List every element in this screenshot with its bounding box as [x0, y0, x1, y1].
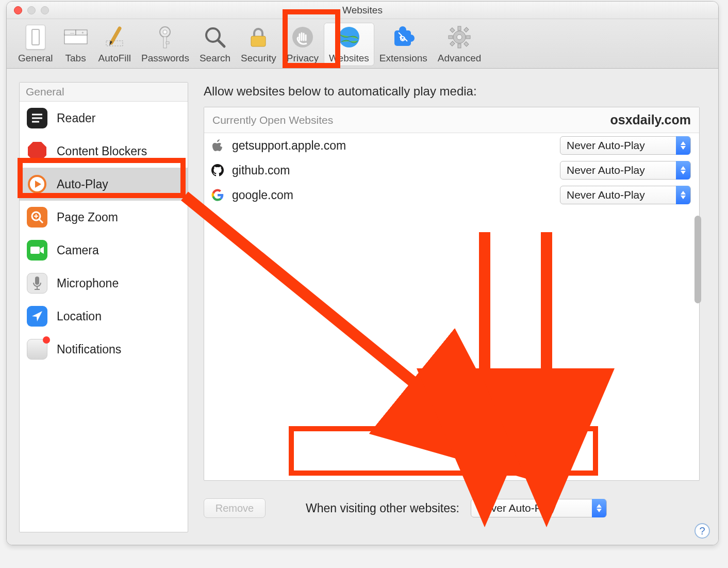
- svg-point-9: [163, 30, 167, 34]
- sidebar-item-label: Microphone: [57, 277, 119, 290]
- site-option-dropdown[interactable]: Never Auto-Play: [560, 186, 691, 204]
- svg-marker-54: [597, 504, 602, 508]
- sidebar-item-location[interactable]: Location: [20, 300, 188, 333]
- svg-marker-43: [40, 247, 44, 254]
- svg-marker-47: [32, 311, 42, 321]
- close-window-button[interactable]: [14, 6, 22, 14]
- remove-button[interactable]: Remove: [204, 498, 266, 518]
- site-option-dropdown[interactable]: Never Auto-Play: [560, 161, 691, 180]
- play-icon: [27, 174, 47, 194]
- hand-icon: [290, 25, 315, 50]
- main-panel: Allow websites below to automatically pl…: [204, 82, 706, 532]
- sidebar-item-auto-play[interactable]: Auto-Play: [20, 168, 188, 201]
- svg-marker-34: [28, 142, 46, 160]
- dropdown-value: Never Auto-Play: [477, 502, 556, 514]
- toolbar-label: AutoFill: [98, 53, 131, 64]
- site-option-dropdown[interactable]: Never Auto-Play: [560, 136, 691, 155]
- toolbar-general[interactable]: General: [13, 23, 58, 66]
- svg-rect-42: [30, 247, 40, 254]
- svg-rect-29: [464, 27, 469, 32]
- stop-icon: [27, 141, 47, 161]
- preferences-window: Websites General —+ Tabs AutoFill Passwo…: [6, 1, 719, 545]
- site-row[interactable]: google.com Never Auto-Play: [204, 183, 699, 207]
- svg-marker-55: [597, 509, 602, 512]
- search-icon: [203, 25, 227, 50]
- site-domain: github.com: [232, 164, 290, 177]
- toolbar-privacy[interactable]: Privacy: [282, 23, 324, 66]
- svg-rect-23: [458, 26, 461, 30]
- svg-marker-51: [681, 171, 686, 174]
- site-row[interactable]: github.com Never Auto-Play: [204, 158, 699, 183]
- sidebar-item-content-blockers[interactable]: Content Blockers: [20, 135, 188, 168]
- toolbar-advanced[interactable]: Advanced: [433, 23, 487, 66]
- chevron-updown-icon: [676, 186, 690, 204]
- scrollbar[interactable]: [694, 216, 701, 303]
- svg-rect-14: [251, 36, 266, 46]
- svg-point-22: [457, 35, 462, 40]
- github-icon: [210, 163, 225, 177]
- list-header-label: Currently Open Websites: [212, 114, 333, 126]
- sidebar-item-microphone[interactable]: Microphone: [20, 267, 188, 300]
- toolbar-websites[interactable]: Websites: [324, 23, 374, 66]
- bottom-controls: Remove When visiting other websites: Nev…: [204, 498, 700, 518]
- watermark-text: osxdaily.com: [610, 112, 691, 127]
- toolbar-label: Extensions: [379, 53, 427, 64]
- sidebar-item-label: Page Zoom: [57, 210, 118, 224]
- puzzle-icon: [391, 25, 416, 50]
- svg-marker-52: [681, 191, 686, 194]
- dropdown-value: Never Auto-Play: [567, 139, 645, 152]
- svg-rect-27: [450, 28, 455, 33]
- chevron-updown-icon: [676, 136, 690, 155]
- general-icon: [26, 25, 45, 50]
- sidebar-item-notifications[interactable]: Notifications: [20, 333, 188, 366]
- toolbar-label: Websites: [329, 53, 369, 64]
- globe-icon: [337, 25, 361, 50]
- toolbar-passwords[interactable]: Passwords: [136, 23, 194, 66]
- sidebar-item-label: Notifications: [57, 343, 121, 356]
- svg-point-18: [407, 35, 415, 42]
- sidebar-item-label: Camera: [57, 244, 99, 257]
- sidebar-item-reader[interactable]: Reader: [20, 102, 188, 135]
- toolbar-tabs[interactable]: —+ Tabs: [58, 23, 93, 66]
- sidebar-section-header: General: [20, 83, 188, 102]
- toolbar-label: Passwords: [141, 53, 189, 64]
- chevron-updown-icon: [592, 499, 606, 517]
- dropdown-value: Never Auto-Play: [567, 189, 645, 201]
- camera-icon: [27, 240, 47, 261]
- gear-icon: [447, 25, 472, 50]
- list-header: Currently Open Websites osxdaily.com: [204, 107, 699, 133]
- toolbar-label: Tabs: [65, 53, 86, 64]
- site-row[interactable]: getsupport.apple.com Never Auto-Play: [204, 133, 699, 158]
- lock-icon: [246, 25, 271, 50]
- titlebar: Websites: [7, 2, 718, 19]
- toolbar-label: Privacy: [287, 53, 319, 64]
- key-icon: [153, 25, 177, 50]
- svg-rect-30: [450, 41, 455, 46]
- sidebar-item-page-zoom[interactable]: Page Zoom: [20, 201, 188, 234]
- svg-rect-25: [449, 36, 453, 39]
- svg-rect-44: [35, 277, 39, 285]
- other-websites-dropdown[interactable]: Never Auto-Play: [471, 499, 607, 517]
- zoom-window-button[interactable]: [41, 6, 49, 14]
- notifications-icon: [27, 339, 47, 360]
- minimize-window-button[interactable]: [27, 6, 36, 14]
- window-controls: [14, 6, 49, 14]
- svg-rect-5: [106, 41, 123, 46]
- site-domain: google.com: [232, 188, 293, 202]
- toolbar-label: General: [18, 53, 53, 64]
- toolbar-autofill[interactable]: AutoFill: [93, 23, 136, 66]
- window-title: Websites: [342, 5, 383, 16]
- preferences-toolbar: General —+ Tabs AutoFill Passwords Searc…: [7, 19, 718, 69]
- svg-text:+: +: [81, 30, 84, 35]
- svg-text:—: —: [70, 30, 74, 35]
- sidebar-item-label: Location: [57, 310, 102, 323]
- toolbar-extensions[interactable]: Extensions: [374, 23, 433, 66]
- toolbar-security[interactable]: Security: [236, 23, 282, 66]
- main-heading: Allow websites below to automatically pl…: [204, 84, 706, 99]
- sidebar-item-label: Auto-Play: [57, 177, 108, 191]
- help-button[interactable]: ?: [694, 523, 710, 539]
- other-websites-label: When visiting other websites:: [306, 501, 459, 515]
- svg-point-19: [399, 26, 406, 34]
- sidebar-item-camera[interactable]: Camera: [20, 234, 188, 267]
- toolbar-search[interactable]: Search: [194, 23, 236, 66]
